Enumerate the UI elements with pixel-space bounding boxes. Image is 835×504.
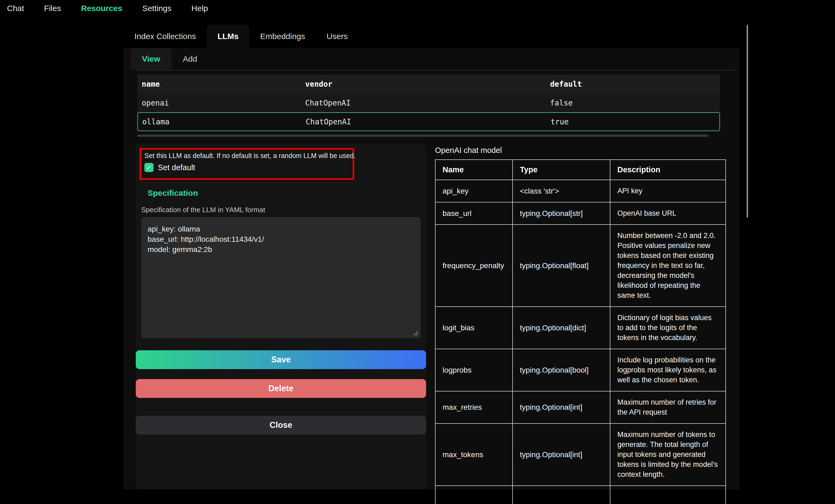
- schema-description: Maximum number of retries for the API re…: [610, 391, 726, 423]
- schema-col-name: Name: [435, 160, 513, 180]
- subtab-add[interactable]: Add: [171, 48, 208, 70]
- schema-row-logprobs: logprobs typing.Optional[bool] Include l…: [435, 349, 726, 391]
- schema-description: Maximum number of tokens to generate. Th…: [610, 423, 726, 486]
- save-button[interactable]: Save: [136, 350, 426, 369]
- subtab-underline: [136, 70, 735, 70]
- table-row-ollama-selected[interactable]: ollama ChatOpenAI true: [137, 112, 720, 131]
- schema-description: Include log probabilities on the logprob…: [610, 349, 726, 391]
- schema-type: typing.Optional[dict]: [513, 307, 610, 349]
- schema-type: [513, 486, 610, 504]
- set-default-highlight-box: Set this LLM as default. If no default i…: [140, 148, 354, 180]
- nav-item-resources[interactable]: Resources: [81, 4, 122, 13]
- schema-type: typing.Optional[int]: [513, 423, 610, 486]
- set-default-checkbox[interactable]: ✓: [144, 163, 154, 172]
- schema-row-max-retries: max_retries typing.Optional[int] Maximum…: [435, 391, 726, 423]
- page-scrollbar[interactable]: [747, 25, 748, 217]
- tab-embeddings[interactable]: Embeddings: [249, 25, 316, 48]
- schema-description: Dictionary of logit bias values to add t…: [610, 307, 726, 349]
- top-nav: Chat Files Resources Settings Help: [0, 0, 208, 17]
- set-default-checkbox-row[interactable]: ✓ Set default: [144, 163, 349, 172]
- nav-item-settings[interactable]: Settings: [142, 4, 171, 13]
- schema-name: frequency_penalty: [435, 225, 513, 307]
- schema-name: logit_bias: [435, 307, 513, 349]
- specification-heading: Specification: [148, 188, 198, 197]
- model-schema-table: Name Type Description api_key <class 'st…: [435, 160, 726, 504]
- set-default-hint: Set this LLM as default. If no default i…: [144, 152, 349, 160]
- delete-button[interactable]: Delete: [136, 379, 426, 398]
- schema-description: [610, 486, 726, 504]
- table-row-openai[interactable]: openai ChatOpenAI false: [137, 93, 720, 112]
- view-add-subtabs: View Add: [124, 48, 208, 70]
- schema-row-frequency-penalty: frequency_penalty typing.Optional[float]…: [435, 225, 726, 307]
- schema-header-row: Name Type Description: [435, 160, 726, 180]
- llm-table-horizontal-scrollbar[interactable]: [137, 134, 708, 137]
- cell-vendor: ChatOpenAI: [301, 99, 546, 107]
- nav-item-files[interactable]: Files: [44, 4, 61, 13]
- close-button[interactable]: Close: [136, 416, 426, 435]
- nav-item-help[interactable]: Help: [191, 4, 208, 13]
- llm-col-name: name: [137, 80, 301, 89]
- schema-description: Number between -2.0 and 2.0. Positive va…: [610, 225, 726, 307]
- tab-llms[interactable]: LLMs: [207, 25, 249, 48]
- llm-list-table: name vendor default openai ChatOpenAI fa…: [137, 75, 720, 131]
- schema-description: API key: [610, 180, 726, 202]
- schema-name: api_key: [435, 180, 513, 202]
- llm-table-header: name vendor default: [137, 75, 720, 93]
- schema-description: OpenAI base URL: [610, 202, 726, 225]
- specification-caption: Specification of the LLM in YAML format: [141, 206, 265, 214]
- schema-row-logit-bias: logit_bias typing.Optional[dict] Diction…: [435, 307, 726, 349]
- nav-item-chat[interactable]: Chat: [7, 4, 24, 13]
- llm-col-default: default: [546, 80, 720, 89]
- schema-name: [435, 486, 513, 504]
- schema-name: max_retries: [435, 391, 513, 423]
- yaml-editor-wrap: api_key: ollama base_url: http://localho…: [141, 217, 421, 338]
- cell-default: true: [546, 118, 720, 126]
- schema-type: <class 'str'>: [513, 180, 610, 202]
- schema-type: typing.Optional[int]: [513, 391, 610, 423]
- schema-row-max-tokens: max_tokens typing.Optional[int] Maximum …: [435, 423, 726, 486]
- schema-type: typing.Optional[bool]: [513, 349, 610, 391]
- tab-users[interactable]: Users: [316, 25, 359, 48]
- cell-vendor: ChatOpenAI: [301, 118, 546, 126]
- schema-col-type: Type: [513, 160, 610, 180]
- subtab-view[interactable]: View: [130, 48, 171, 70]
- schema-row-base-url: base_url typing.Optional[str] OpenAI bas…: [435, 202, 726, 225]
- schema-name: base_url: [435, 202, 513, 225]
- model-schema-title: OpenAI chat model: [435, 146, 502, 155]
- cell-default: false: [546, 99, 720, 107]
- set-default-label: Set default: [158, 163, 195, 172]
- schema-type: typing.Optional[str]: [513, 202, 610, 225]
- cell-name: openai: [137, 99, 301, 107]
- llm-detail-card: Set this LLM as default. If no default i…: [136, 144, 426, 489]
- schema-name: logprobs: [435, 349, 513, 391]
- resource-tabs: Index Collections LLMs Embeddings Users: [124, 25, 359, 48]
- tab-index-collections[interactable]: Index Collections: [124, 25, 207, 48]
- cell-name: ollama: [138, 118, 301, 126]
- schema-type: typing.Optional[float]: [513, 225, 610, 307]
- llm-col-vendor: vendor: [301, 80, 546, 89]
- yaml-spec-input[interactable]: api_key: ollama base_url: http://localho…: [141, 217, 421, 338]
- schema-row-api-key: api_key <class 'str'> API key: [435, 180, 726, 202]
- schema-row-partial: [435, 486, 726, 504]
- schema-name: max_tokens: [435, 423, 513, 486]
- schema-col-description: Description: [610, 160, 726, 180]
